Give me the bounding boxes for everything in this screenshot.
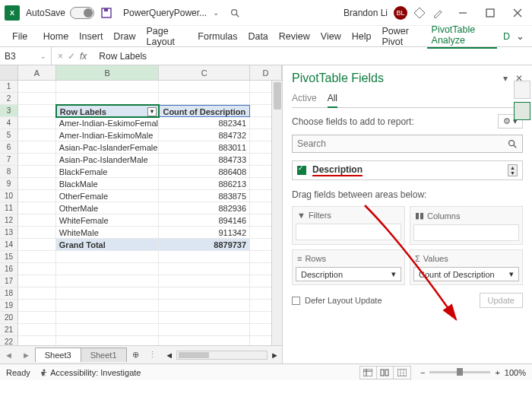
cell[interactable] xyxy=(18,166,56,178)
cell[interactable] xyxy=(18,105,56,117)
document-title[interactable]: PowerQueryPower... xyxy=(123,8,207,18)
tab-pivottable-analyze[interactable]: PivotTable Analyze xyxy=(427,24,497,49)
area-filters[interactable]: ▼Filters xyxy=(292,206,405,245)
cell[interactable] xyxy=(56,251,160,263)
col-header-b[interactable]: B xyxy=(56,65,160,80)
close-icon[interactable] xyxy=(512,8,523,18)
row-header[interactable]: 11 xyxy=(0,202,18,214)
cell[interactable] xyxy=(18,227,56,239)
cell[interactable] xyxy=(159,312,250,324)
col-header-c[interactable]: C xyxy=(159,65,250,80)
tab-draw[interactable]: Draw xyxy=(109,31,140,42)
zoom-in-icon[interactable]: + xyxy=(495,368,499,377)
tab-formulas[interactable]: Formulas xyxy=(193,31,242,42)
cell[interactable] xyxy=(56,93,160,105)
field-stepper[interactable]: ▲▼ xyxy=(508,164,518,176)
zoom-out-icon[interactable]: − xyxy=(420,368,425,377)
cell[interactable]: Amer-Indian-EskimoFemale xyxy=(56,117,160,129)
row-header[interactable]: 19 xyxy=(0,300,18,312)
ribbon-collapse-icon[interactable]: ⌄ xyxy=(516,30,524,42)
row-header[interactable]: 14 xyxy=(0,239,18,251)
zoom-slider[interactable] xyxy=(429,371,490,373)
cell[interactable]: Count of Description xyxy=(159,105,250,117)
cell[interactable] xyxy=(18,81,56,93)
row-header[interactable]: 2 xyxy=(0,93,18,105)
cell[interactable]: OtherMale xyxy=(56,202,160,214)
row-header[interactable]: 17 xyxy=(0,275,18,287)
cell[interactable]: OtherFemale xyxy=(56,190,160,202)
cell[interactable] xyxy=(18,141,56,154)
cell[interactable]: 882936 xyxy=(159,202,250,214)
cell[interactable] xyxy=(56,324,160,336)
col-header-d[interactable]: D xyxy=(250,65,282,80)
view-page-layout-icon[interactable] xyxy=(377,367,394,379)
pivot-filter-dropdown-icon[interactable]: ▾ xyxy=(147,107,157,116)
cell[interactable] xyxy=(18,239,56,251)
pane-options-icon[interactable]: ▾ xyxy=(503,73,508,84)
cell[interactable]: 883011 xyxy=(159,141,250,154)
rail-btn-1[interactable] xyxy=(514,81,530,99)
chevron-down-icon[interactable]: ⌄ xyxy=(213,8,219,17)
cell[interactable] xyxy=(18,324,56,336)
area-columns[interactable]: ▮▮Columns xyxy=(410,206,523,245)
row-header[interactable]: 7 xyxy=(0,154,18,166)
row-header[interactable]: 10 xyxy=(0,190,18,202)
cell[interactable] xyxy=(159,251,250,263)
row-header[interactable]: 16 xyxy=(0,263,18,275)
formula-input[interactable]: Row Labels xyxy=(93,51,532,62)
horizontal-scrollbar[interactable] xyxy=(176,351,268,360)
cell[interactable]: 8879737 xyxy=(159,239,250,251)
tab-help[interactable]: Help xyxy=(347,31,376,42)
tab-page-layout[interactable]: Page Layout xyxy=(142,26,192,47)
pen-icon[interactable] xyxy=(432,7,444,19)
cell[interactable] xyxy=(159,287,250,300)
cell[interactable]: BlackMale xyxy=(56,178,160,190)
cell[interactable] xyxy=(18,312,56,324)
cell[interactable] xyxy=(18,336,56,345)
checkbox-checked-icon[interactable] xyxy=(297,166,306,175)
tab-design-truncated[interactable]: D xyxy=(499,31,515,42)
row-header[interactable]: 22 xyxy=(0,336,18,345)
cell[interactable]: WhiteMale xyxy=(56,227,160,239)
cell[interactable] xyxy=(18,93,56,105)
update-button[interactable]: Update xyxy=(480,293,523,308)
cell[interactable]: 884733 xyxy=(159,154,250,166)
row-header[interactable]: 21 xyxy=(0,324,18,336)
row-header[interactable]: 18 xyxy=(0,287,18,300)
cell[interactable]: BlackFemale xyxy=(56,166,160,178)
rows-item-description[interactable]: Description▾ xyxy=(296,267,401,281)
cell[interactable] xyxy=(18,202,56,214)
cell[interactable] xyxy=(18,214,56,227)
sheet-nav-prev-icon[interactable]: ◄ xyxy=(0,351,17,360)
name-box[interactable]: B3⌄ xyxy=(0,47,52,65)
cell[interactable] xyxy=(18,251,56,263)
cell[interactable]: 882341 xyxy=(159,117,250,129)
row-header[interactable]: 8 xyxy=(0,166,18,178)
accessibility-status[interactable]: Accessibility: Investigate xyxy=(40,368,141,377)
cell[interactable]: Grand Total xyxy=(56,239,160,251)
cell[interactable]: WhiteFemale xyxy=(56,214,160,227)
view-normal-icon[interactable] xyxy=(360,367,377,379)
fx-icon[interactable]: fx xyxy=(80,51,87,62)
tab-all[interactable]: All xyxy=(328,91,337,108)
cell[interactable] xyxy=(159,263,250,275)
cell[interactable] xyxy=(56,275,160,287)
cell[interactable]: Amer-Indian-EskimoMale xyxy=(56,129,160,141)
cell[interactable] xyxy=(18,263,56,275)
cell[interactable] xyxy=(18,275,56,287)
row-header[interactable]: 13 xyxy=(0,227,18,239)
tab-view[interactable]: View xyxy=(316,31,346,42)
values-item-count[interactable]: Count of Description▾ xyxy=(413,267,519,281)
cell[interactable] xyxy=(56,287,160,300)
diamond-icon[interactable] xyxy=(413,7,426,19)
select-all-corner[interactable] xyxy=(0,65,18,80)
col-header-a[interactable]: A xyxy=(18,65,56,80)
add-sheet-icon[interactable]: ⊕ xyxy=(126,350,145,360)
toggle-off-icon[interactable] xyxy=(70,7,94,19)
tab-data[interactable]: Data xyxy=(243,31,272,42)
tab-active[interactable]: Active xyxy=(292,91,317,107)
field-search[interactable] xyxy=(292,135,523,153)
cell[interactable] xyxy=(18,287,56,300)
tab-home[interactable]: Home xyxy=(39,31,73,42)
row-header[interactable]: 9 xyxy=(0,178,18,190)
